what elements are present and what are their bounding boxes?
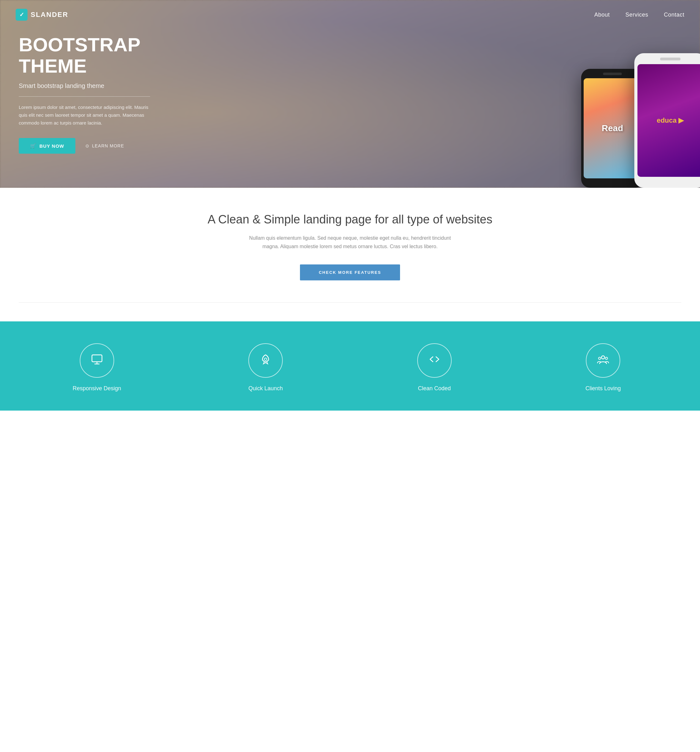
feature-circle-code [417,343,452,378]
nav-services[interactable]: Services [625,12,648,18]
logo-icon: ✓ [16,9,28,21]
phone-notch-white [660,57,681,61]
phone-white: educa ▶ [634,53,700,188]
users-icon [597,353,609,368]
hero-title: BOOTSTRAP THEME [19,34,150,77]
feature-responsive-design: Responsive Design [12,343,182,392]
feature-label-clean: Clean Coded [418,385,451,392]
hero-body: Lorem ipsum dolor sit amet, consectetur … [19,104,150,127]
logo-text: SLANDER [31,11,68,19]
feature-quick-launch: Quick Launch [182,343,350,392]
logo[interactable]: ✓ SLANDER [16,9,68,21]
phone-screen-white: educa ▶ [638,64,700,177]
features-section: Responsive Design Quick Launch Clean Co [0,322,700,410]
shopping-icon: 🛒 [30,143,36,149]
phone-white-label: educa ▶ [657,117,684,124]
nav-links: About Services Contact [594,12,684,18]
hero-buttons: 🛒 BUY NOW ⊙ LEARN MORE [19,138,150,154]
feature-circle-monitor [80,343,114,378]
monitor-icon [91,353,103,368]
feature-label-quick: Quick Launch [248,385,283,392]
nav-about[interactable]: About [594,12,610,18]
feature-clients-loving: Clients Loving [519,343,688,392]
buy-now-button[interactable]: 🛒 BUY NOW [19,138,75,154]
nav-contact[interactable]: Contact [664,12,684,18]
feature-label-responsive: Responsive Design [73,385,121,392]
phone-screen-black: Read [584,78,641,179]
hero-divider [19,96,150,97]
phone-black-label: Read [602,123,623,133]
mid-title: A Clean & Simple landing page for all ty… [19,213,681,226]
svg-point-6 [605,357,608,359]
feature-label-clients: Clients Loving [585,385,621,392]
learn-more-button[interactable]: ⊙ LEARN MORE [85,143,124,148]
phones-display: Read educa ▶ [581,53,700,188]
svg-point-3 [264,358,267,360]
code-icon [428,353,441,368]
hero-subtitle: Smart bootstrap landing theme [19,82,150,90]
rocket-icon [259,353,272,368]
svg-point-5 [599,357,601,359]
phone-notch-black [603,73,622,75]
hero-content: BOOTSTRAP THEME Smart bootstrap landing … [0,34,169,154]
buy-now-label: BUY NOW [39,143,64,149]
feature-circle-users [586,343,620,378]
circle-icon: ⊙ [85,143,90,148]
mid-body: Nullam quis elementum ligula. Sed neque … [241,234,459,251]
mid-section: A Clean & Simple landing page for all ty… [0,188,700,322]
check-features-button[interactable]: CHECK MORE FEATURES [300,264,400,280]
feature-circle-rocket [248,343,283,378]
learn-more-label: LEARN MORE [92,143,124,148]
svg-rect-0 [92,355,102,362]
mid-divider [19,302,681,303]
navigation: ✓ SLANDER About Services Contact [0,0,700,30]
svg-point-4 [601,356,605,359]
feature-clean-coded: Clean Coded [350,343,519,392]
